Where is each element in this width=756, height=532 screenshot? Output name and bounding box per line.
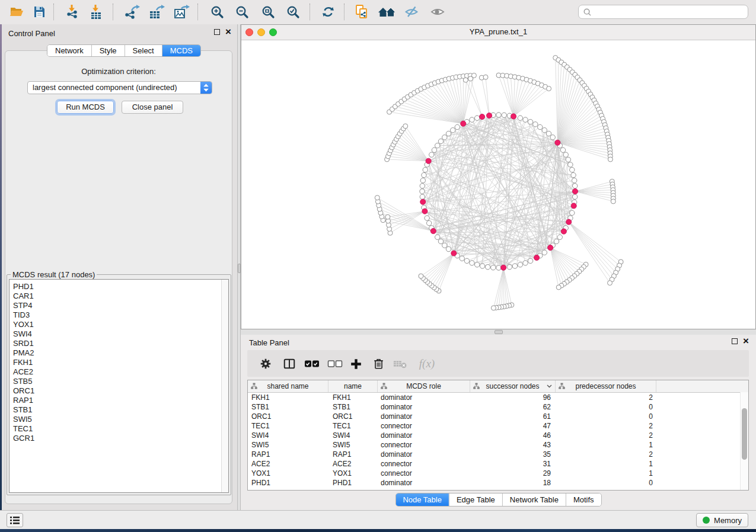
mcds-result-groupbox: MCDS result (17 nodes) PHD1CAR1STP4TID3Y… (7, 270, 231, 495)
table-row[interactable]: YOX1YOX1connector291 (248, 469, 748, 478)
zoom-fit-button[interactable] (259, 3, 277, 21)
search-input[interactable] (595, 7, 748, 17)
import-network-button[interactable] (63, 3, 82, 21)
memory-button[interactable]: Memory (696, 513, 748, 527)
tab-select[interactable]: Select (125, 45, 162, 56)
create-column-button[interactable] (349, 357, 363, 371)
show-columns-button[interactable] (282, 357, 296, 371)
list-item[interactable]: STB5 (9, 377, 228, 386)
table-row[interactable]: ACE2ACE2connector311 (248, 459, 748, 469)
cell-successor-nodes: 61 (470, 412, 556, 421)
open-session-button[interactable] (7, 3, 26, 21)
tab-motifs[interactable]: Motifs (566, 493, 601, 506)
optimization-criterion-select[interactable]: largest connected component (undirected) (27, 81, 212, 94)
tab-node-table[interactable]: Node Table (395, 493, 449, 506)
cell-shared-name: YOX1 (248, 469, 328, 478)
table-row[interactable]: ORC1ORC1dominator610 (248, 412, 748, 421)
table-row[interactable]: TEC1TEC1connector472 (248, 421, 748, 431)
table-panel-title: Table Panel (249, 338, 289, 347)
deselect-all-button[interactable] (326, 357, 344, 371)
list-item[interactable]: TEC1 (9, 424, 228, 434)
save-session-button[interactable] (30, 3, 49, 21)
export-network-icon (123, 4, 140, 20)
list-item[interactable]: STB1 (9, 405, 228, 415)
export-image-button[interactable] (172, 3, 191, 21)
tab-network-table[interactable]: Network Table (502, 493, 566, 506)
tab-network[interactable]: Network (47, 45, 91, 56)
delete-table-button[interactable] (393, 357, 407, 371)
list-item[interactable]: SRD1 (9, 339, 228, 348)
list-item[interactable]: ACE2 (9, 367, 228, 377)
table-settings-button[interactable] (259, 357, 273, 371)
run-mcds-button[interactable]: Run MCDS (57, 101, 114, 114)
table-row[interactable]: RAP1RAP1dominator352 (248, 450, 748, 459)
list-item[interactable]: SWI5 (9, 415, 228, 424)
cell-predecessor-nodes: 1 (556, 440, 656, 450)
table-row[interactable]: SWI4SWI4dominator462 (248, 431, 748, 440)
close-panel-icon[interactable]: × (225, 29, 231, 35)
cell-name: SWI5 (328, 440, 378, 450)
function-builder-button[interactable]: f(x) (417, 357, 437, 371)
list-item[interactable]: TID3 (9, 310, 228, 320)
cell-successor-nodes: 46 (470, 431, 556, 440)
list-item[interactable]: STP4 (9, 301, 228, 310)
splitter-grip[interactable] (495, 330, 503, 334)
mcds-result-list[interactable]: PHD1CAR1STP4TID3YOX1SWI4SRD1PMA2FKH1ACE2… (9, 279, 229, 493)
task-history-button[interactable] (7, 513, 23, 527)
hide-selected-button[interactable] (402, 3, 421, 21)
cell-mcds-role: connector (378, 459, 470, 469)
list-item[interactable]: RAP1 (9, 396, 228, 405)
close-panel-icon[interactable]: × (743, 338, 749, 344)
float-panel-icon[interactable] (214, 29, 220, 35)
table-row[interactable]: PHD1PHD1dominator180 (248, 478, 748, 488)
refresh-button[interactable] (318, 3, 337, 21)
table-row[interactable]: STB1STB1dominator620 (248, 402, 748, 412)
column-header-shared-name[interactable]: shared name (248, 380, 328, 392)
import-table-button[interactable] (87, 3, 106, 21)
table-scrollbar[interactable] (740, 392, 748, 490)
zoom-out-button[interactable] (232, 3, 251, 21)
column-header-mcds-role[interactable]: MCDS role (378, 380, 470, 392)
table-row[interactable]: FKH1FKH1dominator962 (248, 393, 748, 402)
network-canvas[interactable] (241, 40, 755, 329)
list-item[interactable]: PMA2 (9, 348, 228, 358)
list-item[interactable]: FKH1 (9, 358, 228, 367)
tab-style[interactable]: Style (91, 45, 125, 56)
export-network-button[interactable] (122, 3, 141, 21)
import-network-icon (65, 4, 80, 20)
select-all-button[interactable] (303, 357, 321, 371)
home-button[interactable] (376, 3, 397, 21)
float-panel-icon[interactable] (732, 338, 738, 344)
share-document-button[interactable] (352, 3, 371, 21)
tab-edge-table[interactable]: Edge Table (449, 493, 502, 506)
column-type-icon (473, 383, 480, 389)
dropdown-stepper-icon (200, 82, 212, 94)
list-item[interactable]: YOX1 (9, 320, 228, 329)
cell-name: FKH1 (328, 393, 378, 402)
cell-name: YOX1 (328, 469, 378, 478)
table-body: FKH1FKH1dominator962STB1STB1dominator620… (248, 393, 748, 488)
refresh-icon (321, 5, 336, 19)
horizontal-splitter[interactable] (241, 329, 756, 335)
column-header-name[interactable]: name (328, 380, 378, 392)
export-table-button[interactable] (147, 3, 166, 21)
list-item[interactable]: PHD1 (9, 282, 228, 291)
close-panel-button[interactable]: Close panel (122, 101, 183, 114)
zoom-selected-button[interactable] (283, 3, 302, 21)
zoom-in-button[interactable] (208, 3, 227, 21)
search-box[interactable] (578, 5, 748, 19)
list-item[interactable]: CAR1 (9, 291, 228, 301)
list-scrollbar[interactable] (221, 280, 228, 492)
show-all-button[interactable] (428, 3, 447, 21)
column-header-predecessor-nodes[interactable]: predecessor nodes (556, 380, 656, 392)
tab-mcds[interactable]: MCDS (162, 45, 200, 56)
list-item[interactable]: SWI4 (9, 329, 228, 339)
list-item[interactable]: ORC1 (9, 386, 228, 396)
list-item[interactable]: GCR1 (9, 434, 228, 443)
table-row[interactable]: SWI5SWI5connector431 (248, 440, 748, 450)
column-header-successor-nodes[interactable]: successor nodes (470, 380, 556, 392)
delete-column-button[interactable] (372, 357, 386, 371)
plus-icon (350, 358, 362, 370)
table-scrollbar-thumb[interactable] (742, 408, 747, 460)
network-window-titlebar[interactable]: YPA_prune.txt_1 (241, 25, 755, 40)
